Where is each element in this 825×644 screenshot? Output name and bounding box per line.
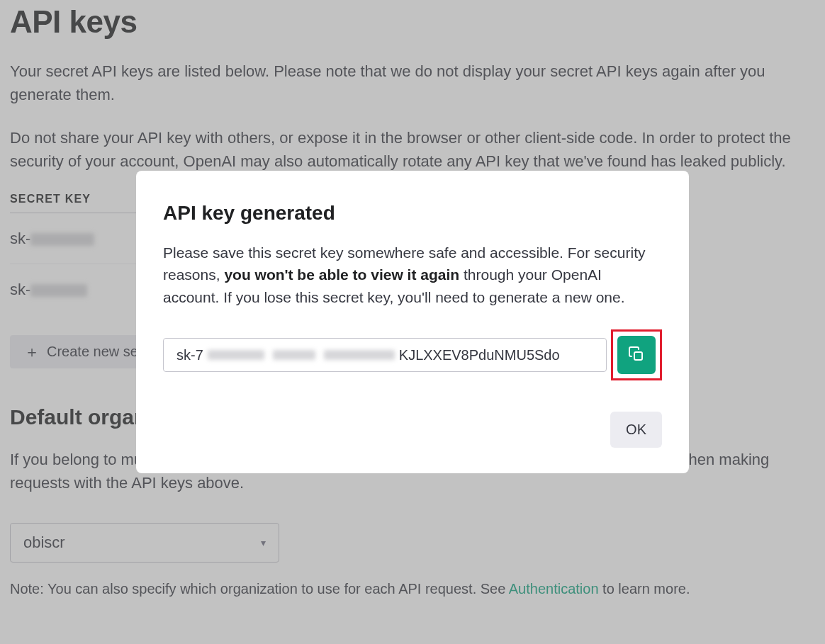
modal-body: Please save this secret key somewhere sa… bbox=[163, 242, 662, 309]
modal-overlay: API key generated Please save this secre… bbox=[0, 0, 825, 644]
copy-button-highlight bbox=[611, 329, 662, 380]
copy-key-button[interactable] bbox=[617, 336, 656, 374]
api-key-generated-modal: API key generated Please save this secre… bbox=[136, 171, 689, 474]
generated-key-field[interactable]: sk-7 KJLXXEV8PduNMU5Sdo bbox=[163, 338, 607, 372]
generated-key-row: sk-7 KJLXXEV8PduNMU5Sdo bbox=[163, 329, 662, 380]
modal-title: API key generated bbox=[163, 202, 662, 225]
ok-button[interactable]: OK bbox=[610, 412, 662, 448]
copy-icon bbox=[628, 346, 645, 365]
svg-rect-0 bbox=[634, 352, 642, 360]
